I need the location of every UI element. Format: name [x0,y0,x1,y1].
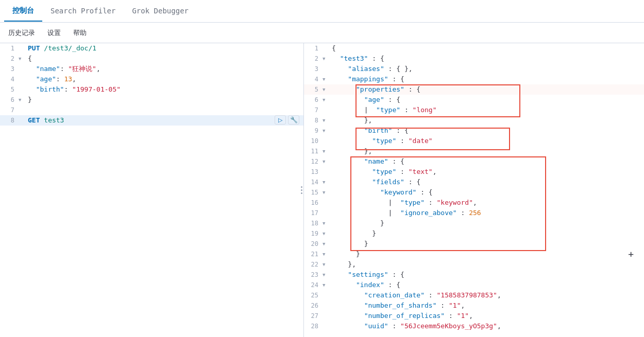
tab-search-profiler[interactable]: Search Profiler [42,2,124,21]
out-line-num-27: 27 [304,311,323,321]
line-actions-8: ▷ 🔧 [275,115,303,125]
out-line-num-18: 18 [304,218,323,228]
out-content-18: } [330,218,644,228]
out-content-16: | "type" : "keyword", [330,198,644,208]
out-content-9: "birth" : { [330,126,644,136]
drag-dot-2 [301,189,302,191]
output-inner: 1 { 2 ▼ "test3" : { 3 "aliases" : { }, [304,43,644,331]
out-content-17: | "ignore_above" : 256 [330,208,644,218]
line-number-5: 5 [0,84,19,95]
out-content-4: "mappings" : { [330,74,644,84]
output-line-9: 9 ▼ "birth" : { [304,126,644,136]
out-line-num-24: 24 [304,280,323,290]
output-line-26: 26 "number_of_shards" : "1", [304,300,644,311]
settings-button[interactable]: 设置 [45,27,63,39]
out-gutter-18[interactable]: ▼ [323,218,330,228]
out-content-19: } [330,228,644,239]
output-line-11: 11 ▼ }, [304,146,644,156]
secondary-toolbar: 历史记录 设置 帮助 [0,23,644,43]
output-line-10: 10 "type" : "date" [304,136,644,146]
out-gutter-6[interactable]: ▼ [323,95,330,105]
output-code-area: 1 { 2 ▼ "test3" : { 3 "aliases" : { }, [304,43,644,331]
output-line-13: 13 "type" : "text", [304,167,644,177]
out-gutter-19[interactable]: ▼ [323,228,330,239]
output-line-22: 22 ▼ }, [304,259,644,270]
out-content-26: "number_of_shards" : "1", [330,300,644,311]
editor-panel[interactable]: 1 PUT /test3/_doc/1 2 ▼ { 3 "name": "狂神说… [0,43,304,337]
out-gutter-23[interactable]: ▼ [323,270,330,280]
line-content-5: "birth": "1997-01-05" [26,84,303,95]
out-line-num-1: 1 [304,43,323,54]
out-content-13: "type" : "text", [330,167,644,177]
out-gutter-12[interactable]: ▼ [323,156,330,167]
out-gutter-9[interactable]: ▼ [323,126,330,136]
line-gutter-6[interactable]: ▼ [19,95,26,105]
out-content-11: }, [330,146,644,156]
tab-grok-debugger[interactable]: Grok Debugger [124,2,197,21]
out-content-25: "creation_date" : "1585837987853", [330,290,644,300]
line-number-3: 3 [0,64,19,74]
output-line-23: 23 ▼ "settings" : { [304,270,644,280]
out-content-6: "age" : { [330,95,644,105]
line-number-8: 8 [0,115,19,126]
wrench-button[interactable]: 🔧 [288,115,299,125]
output-line-16: 16 | "type" : "keyword", [304,198,644,208]
out-line-num-13: 13 [304,167,323,177]
out-line-num-6: 6 [304,95,323,105]
output-line-28: 28 "uuid" : "56Jceemm5eKboys_yO5p3g", [304,321,644,331]
editor-line-6: 6 ▼ } [0,95,303,105]
line-number-4: 4 [0,74,19,84]
out-gutter-4[interactable]: ▼ [323,74,330,84]
main-area: 1 PUT /test3/_doc/1 2 ▼ { 3 "name": "狂神说… [0,43,644,337]
line-gutter-2[interactable]: ▼ [19,54,26,64]
out-line-num-28: 28 [304,321,323,331]
editor-line-8: 8 GET test3 ▷ 🔧 [0,115,303,126]
out-content-3: "aliases" : { }, [330,64,644,74]
history-button[interactable]: 历史记录 [6,27,37,39]
out-gutter-15[interactable]: ▼ [323,187,330,198]
out-line-num-12: 12 [304,156,323,167]
out-line-num-9: 9 [304,126,323,136]
out-gutter-24[interactable]: ▼ [323,280,330,290]
out-content-20: } [330,239,644,249]
tab-console[interactable]: 控制台 [4,1,42,22]
out-gutter-20[interactable]: ▼ [323,239,330,249]
out-gutter-14[interactable]: ▼ [323,177,330,187]
out-line-num-4: 4 [304,74,323,84]
out-gutter-2[interactable]: ▼ [323,54,330,64]
out-gutter-22[interactable]: ▼ [323,259,330,270]
out-content-2: "test3" : { [330,54,644,64]
output-panel[interactable]: 1 { 2 ▼ "test3" : { 3 "aliases" : { }, [304,43,644,337]
out-line-num-26: 26 [304,300,323,311]
editor-line-2: 2 ▼ { [0,54,303,64]
out-content-1: { [330,43,644,54]
line-content-3: "name": "狂神说", [26,64,303,74]
out-content-7: | "type" : "long" [330,105,644,115]
drag-dot-1 [301,186,302,188]
line-number-7: 7 [0,105,19,115]
editor-line-5: 5 "birth": "1997-01-05" [0,84,303,95]
line-number-6: 6 [0,95,19,105]
out-line-num-17: 17 [304,208,323,218]
output-line-12: 12 ▼ "name" : { [304,156,644,167]
run-button[interactable]: ▷ [275,115,286,125]
editor-code-area: 1 PUT /test3/_doc/1 2 ▼ { 3 "name": "狂神说… [0,43,303,126]
top-tabs-bar: 控制台 Search Profiler Grok Debugger [0,0,644,23]
editor-line-7: 7 [0,105,303,115]
panel-drag-handle[interactable] [299,180,303,201]
output-line-14: 14 ▼ "fields" : { [304,177,644,187]
out-line-num-10: 10 [304,136,323,146]
output-line-1: 1 { [304,43,644,54]
out-gutter-8[interactable]: ▼ [323,115,330,126]
output-line-4: 4 ▼ "mappings" : { [304,74,644,84]
editor-line-4: 4 "age": 13, [0,74,303,84]
output-line-20: 20 ▼ } [304,239,644,249]
out-gutter-21[interactable]: ▼ [323,249,330,259]
output-line-2: 2 ▼ "test3" : { [304,54,644,64]
out-gutter-5[interactable]: ▼ [323,84,330,95]
editor-line-3: 3 "name": "狂神说", [0,64,303,74]
help-button[interactable]: 帮助 [71,27,89,39]
out-line-num-7: 7 [304,105,323,115]
out-gutter-11[interactable]: ▼ [323,146,330,156]
drag-dot-3 [301,192,302,194]
